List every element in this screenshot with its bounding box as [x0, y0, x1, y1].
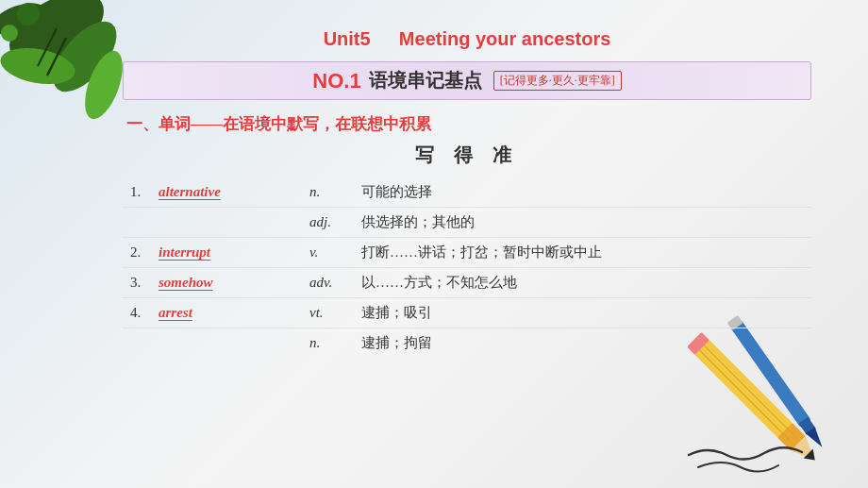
vocab-pos: vt. — [302, 298, 354, 328]
vocab-row: 2.interruptv.打断……讲话；打岔；暂时中断或中止 — [123, 238, 811, 268]
unit-meeting: Meeting your ancestors — [399, 28, 611, 49]
vocab-pos: adj. — [302, 208, 354, 238]
vocab-meaning: 以……方式；不知怎么地 — [354, 268, 811, 298]
vocab-pos: n. — [302, 177, 354, 208]
vocab-meaning: 逮捕；吸引 — [354, 298, 811, 328]
unit-label: Unit5 — [324, 28, 371, 49]
vocab-pos: n. — [302, 328, 354, 359]
page-background: Unit5 Meeting your ancestors NO.1 语境串记基点… — [0, 0, 868, 488]
vocab-word: alternative — [151, 177, 302, 208]
no1-sublabel: [记得更多·更久·更牢靠] — [493, 71, 622, 91]
no1-number: NO.1 — [312, 69, 360, 93]
vocab-num: 1. — [123, 177, 151, 208]
vocab-num: 4. — [123, 298, 151, 328]
vocab-meaning: 供选择的；其他的 — [354, 208, 811, 238]
vocab-word: arrest — [151, 298, 302, 328]
unit-title: Unit5 Meeting your ancestors — [123, 28, 811, 50]
vocab-row: 3.somehowadv.以……方式；不知怎么地 — [123, 268, 811, 298]
section-header: 一、单词——在语境中默写，在联想中积累 — [123, 113, 811, 135]
no1-label: 语境串记基点 — [369, 68, 482, 93]
vocab-pos: adv. — [302, 268, 354, 298]
vocab-word — [151, 208, 302, 238]
vocab-row: n.逮捕；拘留 — [123, 328, 811, 359]
vocab-meaning: 打断……讲话；打岔；暂时中断或中止 — [354, 238, 811, 268]
svg-point-8 — [1, 25, 18, 42]
main-content: Unit5 Meeting your ancestors NO.1 语境串记基点… — [123, 28, 811, 460]
vocabulary-table: 1.alternativen.可能的选择 adj.供选择的；其他的2.inter… — [123, 177, 811, 358]
vocab-word: somehow — [151, 268, 302, 298]
vocab-num: 2. — [123, 238, 151, 268]
vocab-meaning: 逮捕；拘留 — [354, 328, 811, 359]
no1-bar: NO.1 语境串记基点 [记得更多·更久·更牢靠] — [123, 61, 811, 100]
vocab-num — [123, 328, 151, 359]
svg-point-7 — [17, 3, 40, 25]
vocab-row: 1.alternativen.可能的选择 — [123, 177, 811, 208]
vocab-word: interrupt — [151, 238, 302, 268]
vocab-row: adj.供选择的；其他的 — [123, 208, 811, 238]
vocab-word — [151, 328, 302, 359]
vocab-pos: v. — [302, 238, 354, 268]
title-spacer — [375, 28, 395, 49]
vocab-num — [123, 208, 151, 238]
vocab-row: 4.arrestvt.逮捕；吸引 — [123, 298, 811, 328]
vocab-meaning: 可能的选择 — [354, 177, 811, 208]
sub-title: 写 得 准 — [123, 143, 811, 168]
vocab-num: 3. — [123, 268, 151, 298]
